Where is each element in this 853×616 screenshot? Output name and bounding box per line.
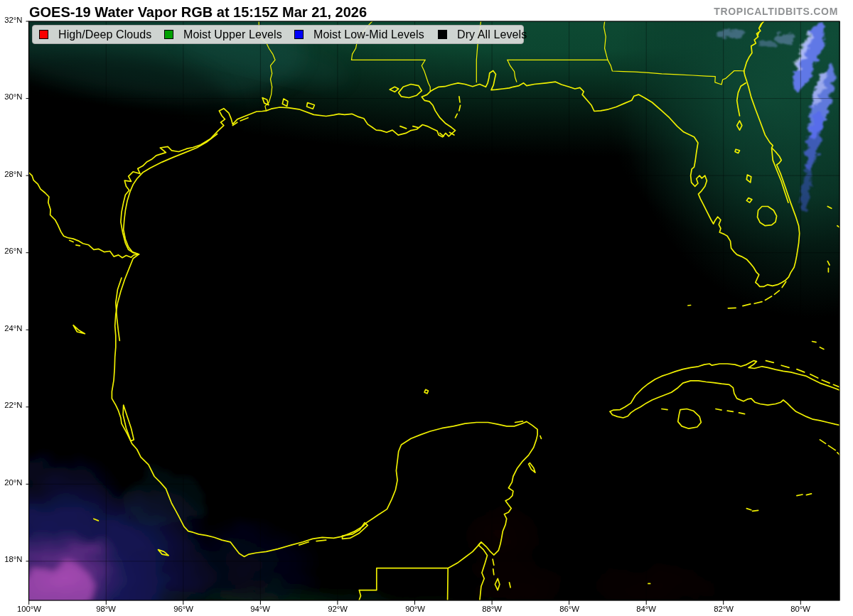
svg-text:98°W: 98°W — [96, 605, 116, 613]
svg-text:100°W: 100°W — [17, 605, 41, 613]
svg-text:86°W: 86°W — [559, 605, 579, 613]
svg-text:28°N: 28°N — [4, 170, 22, 178]
svg-text:84°W: 84°W — [636, 605, 656, 613]
svg-text:26°N: 26°N — [4, 247, 22, 255]
svg-text:92°W: 92°W — [328, 605, 348, 613]
svg-text:32°N: 32°N — [4, 16, 22, 24]
svg-text:22°N: 22°N — [4, 401, 22, 409]
svg-text:82°W: 82°W — [714, 605, 734, 613]
svg-text:80°W: 80°W — [790, 605, 810, 613]
svg-text:96°W: 96°W — [173, 605, 193, 613]
svg-text:88°W: 88°W — [482, 605, 502, 613]
svg-text:30°N: 30°N — [4, 92, 22, 101]
svg-text:90°W: 90°W — [405, 605, 425, 613]
svg-text:94°W: 94°W — [250, 605, 270, 613]
svg-text:20°N: 20°N — [4, 478, 22, 487]
svg-text:24°N: 24°N — [4, 324, 22, 333]
svg-text:18°N: 18°N — [4, 555, 22, 563]
